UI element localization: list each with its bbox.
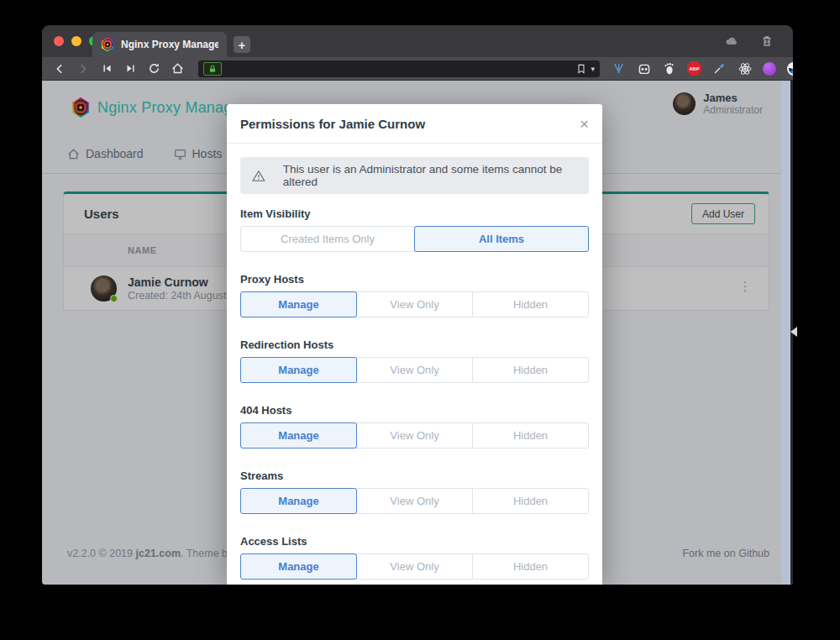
option-view-only[interactable]: View Only	[356, 422, 473, 449]
cloud-icon[interactable]	[724, 34, 739, 49]
option-manage[interactable]: Manage	[240, 357, 357, 383]
bookmark-icon[interactable]	[576, 64, 586, 74]
minimize-window-button[interactable]	[71, 36, 81, 46]
back-button[interactable]	[52, 61, 67, 76]
purple-extension-icon[interactable]	[763, 62, 776, 76]
browser-tab[interactable]: Nginx Proxy Manager	[92, 32, 227, 57]
item-visibility-section: Item Visibility Created Items Only All I…	[240, 207, 589, 252]
option-all-items[interactable]: All Items	[414, 226, 589, 252]
new-tab-button[interactable]: +	[234, 36, 250, 53]
side-panel-handle-icon[interactable]	[790, 327, 797, 337]
browser-scrollbar[interactable]	[781, 81, 790, 585]
atom-icon[interactable]	[738, 61, 752, 76]
admin-warning-alert: This user is an Administrator and some i…	[240, 157, 589, 194]
claw-extension-icon[interactable]	[612, 61, 626, 76]
close-window-button[interactable]	[54, 36, 64, 46]
field-label: Redirection Hosts	[240, 338, 589, 352]
option-manage[interactable]: Manage	[240, 422, 357, 449]
option-created-items-only[interactable]: Created Items Only	[240, 226, 415, 252]
field-label: Item Visibility	[240, 207, 589, 221]
reload-button[interactable]	[146, 61, 161, 76]
trash-icon[interactable]	[759, 34, 774, 49]
adblock-plus-icon[interactable]: ABP	[687, 61, 701, 76]
streams-toggle-group: Manage View Only Hidden	[240, 488, 589, 514]
address-bar[interactable]: ▾	[198, 60, 600, 77]
option-manage[interactable]: Manage	[240, 488, 357, 514]
robot-extension-icon[interactable]	[637, 61, 651, 76]
option-view-only[interactable]: View Only	[356, 291, 473, 317]
extensions-row: ABP	[612, 61, 793, 76]
bookmark-dropdown-icon[interactable]: ▾	[591, 65, 595, 73]
redirection-hosts-toggle-group: Manage View Only Hidden	[240, 357, 589, 383]
option-hidden[interactable]: Hidden	[472, 291, 589, 317]
browser-toolbar: ▾ ABP	[42, 57, 793, 81]
option-hidden[interactable]: Hidden	[472, 553, 589, 580]
alert-text: This user is an Administrator and some i…	[283, 163, 577, 188]
option-manage[interactable]: Manage	[240, 553, 357, 580]
https-lock-icon[interactable]	[203, 62, 222, 76]
field-label: Streams	[240, 470, 589, 483]
field-label: Proxy Hosts	[240, 273, 589, 286]
tab-favicon	[101, 38, 114, 52]
option-manage[interactable]: Manage	[240, 291, 357, 317]
skip-to-end-button[interactable]	[123, 61, 138, 76]
field-label: 404 Hosts	[240, 404, 589, 417]
option-view-only[interactable]: View Only	[356, 357, 473, 383]
proxy-hosts-section: Proxy Hosts Manage View Only Hidden	[240, 273, 589, 317]
page-content: Nginx Proxy Manager James Administrator …	[42, 81, 793, 585]
access-lists-section: Access Lists Manage View Only Hidden	[240, 535, 589, 580]
home-button[interactable]	[170, 61, 185, 76]
close-icon[interactable]: ×	[580, 116, 589, 132]
skip-to-start-button[interactable]	[99, 61, 114, 76]
gnome-foot-icon[interactable]	[662, 61, 676, 76]
permissions-modal: Permissions for Jamie Curnow × This user…	[227, 104, 602, 585]
visibility-toggle-group: Created Items Only All Items	[240, 226, 589, 252]
warning-icon	[252, 169, 265, 183]
eyedropper-icon[interactable]	[712, 61, 727, 76]
field-label: Access Lists	[240, 535, 589, 548]
redirection-hosts-section: Redirection Hosts Manage View Only Hidde…	[240, 338, 589, 383]
option-view-only[interactable]: View Only	[356, 488, 473, 514]
proxy-hosts-toggle-group: Manage View Only Hidden	[240, 291, 589, 317]
browser-titlebar: Nginx Proxy Manager +	[42, 25, 793, 57]
option-hidden[interactable]: Hidden	[472, 488, 589, 514]
forward-button[interactable]	[76, 61, 91, 76]
browser-window: Nginx Proxy Manager +	[42, 25, 793, 585]
access-lists-toggle-group: Manage View Only Hidden	[240, 553, 589, 580]
streams-section: Streams Manage View Only Hidden	[240, 470, 589, 514]
404-hosts-section: 404 Hosts Manage View Only Hidden	[240, 404, 589, 449]
option-view-only[interactable]: View Only	[356, 553, 473, 580]
option-hidden[interactable]: Hidden	[472, 357, 589, 383]
tab-title: Nginx Proxy Manager	[121, 39, 218, 50]
modal-title: Permissions for Jamie Curnow	[240, 117, 425, 131]
404-hosts-toggle-group: Manage View Only Hidden	[240, 422, 589, 449]
clock-extension-icon[interactable]	[787, 62, 793, 76]
option-hidden[interactable]: Hidden	[472, 422, 589, 449]
